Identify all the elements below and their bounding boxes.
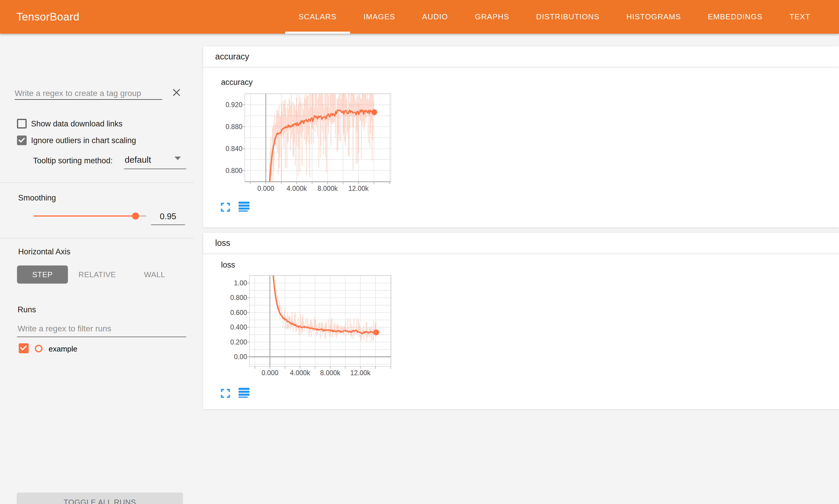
- svg-text:0.800: 0.800: [226, 167, 243, 175]
- loss-group-header[interactable]: loss: [203, 233, 839, 253]
- run-filter-underline: [17, 337, 186, 337]
- tag-filter-underline: [15, 99, 162, 100]
- fullscreen-icon[interactable]: [220, 202, 230, 212]
- svg-text:0.600: 0.600: [230, 309, 247, 317]
- loss-group-card: loss loss 0.000.2000.4000.6000.8001.000.…: [203, 233, 839, 409]
- fullscreen-icon[interactable]: [220, 389, 230, 398]
- svg-text:0.840: 0.840: [226, 145, 243, 152]
- accuracy-group-title: accuracy: [215, 52, 249, 61]
- svg-text:0.000: 0.000: [262, 369, 279, 377]
- show-download-links-label: Show data download links: [31, 120, 122, 128]
- app-title: TensorBoard: [16, 11, 79, 23]
- bar: [238, 208, 249, 210]
- tooltip-sort-select[interactable]: default: [125, 155, 151, 165]
- bar: [238, 202, 249, 204]
- axis-relative-button[interactable]: RELATIVE: [69, 266, 125, 284]
- app-header: TensorBoard SCALARS IMAGES AUDIO GRAPHS …: [0, 0, 839, 34]
- chevron-down-icon[interactable]: [175, 157, 181, 160]
- svg-text:8.000k: 8.000k: [317, 185, 338, 192]
- ignore-outliers-checkbox[interactable]: [17, 136, 26, 145]
- loss-group-title: loss: [215, 238, 230, 248]
- tooltip-sort-label: Tooltip sorting method:: [33, 156, 113, 165]
- check-icon: [18, 136, 25, 143]
- run-example-label: example: [49, 344, 77, 354]
- tab-histograms[interactable]: HISTOGRAMS: [613, 0, 694, 34]
- accuracy-chart[interactable]: 0.8000.8400.8800.9200.0004.000k8.000k12.…: [205, 88, 398, 211]
- smoothing-slider-fill: [34, 215, 136, 217]
- smoothing-value-input[interactable]: 0.95: [151, 212, 185, 221]
- tab-graphs[interactable]: GRAPHS: [461, 0, 522, 34]
- ignore-outliers-label: Ignore outliers in chart scaling: [31, 136, 136, 145]
- tag-filter-input[interactable]: Write a regex to create a tag group: [15, 89, 141, 98]
- tab-distributions[interactable]: DISTRIBUTIONS: [522, 0, 613, 34]
- divider: [0, 182, 194, 183]
- svg-text:0.200: 0.200: [230, 338, 247, 346]
- svg-text:8.000k: 8.000k: [320, 369, 340, 377]
- horizontal-axis-label: Horizontal Axis: [18, 247, 71, 256]
- bar: [238, 397, 248, 398]
- accuracy-chart-title: accuracy: [221, 78, 253, 87]
- svg-text:1.00: 1.00: [234, 279, 247, 287]
- toggle-all-runs-button[interactable]: TOGGLE ALL RUNS: [17, 492, 183, 504]
- axis-step-button[interactable]: STEP: [17, 266, 68, 284]
- bar: [238, 388, 249, 390]
- loss-chart[interactable]: 0.000.2000.4000.6000.8001.000.0004.000k8…: [205, 269, 398, 395]
- divider: [0, 238, 194, 238]
- svg-text:4.000k: 4.000k: [287, 185, 307, 192]
- axis-wall-button[interactable]: WALL: [126, 266, 183, 284]
- settings-sidebar: Write a regex to create a tag group Show…: [0, 34, 194, 504]
- tab-embeddings[interactable]: EMBEDDINGS: [694, 0, 776, 34]
- tab-scalars[interactable]: SCALARS: [285, 0, 350, 34]
- smoothing-label: Smoothing: [18, 194, 56, 202]
- top-nav: SCALARS IMAGES AUDIO GRAPHS DISTRIBUTION…: [285, 0, 824, 34]
- tab-audio[interactable]: AUDIO: [409, 0, 461, 34]
- svg-text:0.880: 0.880: [226, 123, 243, 130]
- check-icon: [20, 344, 27, 350]
- run-selector-icon[interactable]: [238, 388, 250, 398]
- smoothing-value-underline: [151, 224, 185, 225]
- loss-chart-title: loss: [221, 260, 235, 270]
- svg-text:12.00k: 12.00k: [349, 185, 369, 192]
- svg-text:0.800: 0.800: [230, 294, 247, 302]
- svg-text:0.400: 0.400: [230, 323, 247, 331]
- accuracy-group-card: accuracy accuracy 0.8000.8400.8800.9200.…: [203, 46, 839, 228]
- svg-text:0.000: 0.000: [257, 185, 274, 192]
- svg-text:4.000k: 4.000k: [290, 369, 310, 377]
- run-selector-icon[interactable]: [238, 202, 250, 212]
- tab-images[interactable]: IMAGES: [350, 0, 409, 34]
- svg-text:0.920: 0.920: [226, 101, 243, 109]
- bar: [238, 211, 248, 212]
- bar: [238, 391, 249, 393]
- bar: [238, 394, 249, 396]
- show-download-links-checkbox[interactable]: [17, 119, 26, 128]
- svg-text:0.00: 0.00: [234, 353, 247, 361]
- run-filter-input[interactable]: Write a regex to filter runs: [18, 324, 111, 334]
- accuracy-group-header[interactable]: accuracy: [203, 46, 839, 67]
- svg-text:12.00k: 12.00k: [350, 369, 371, 377]
- run-color-swatch-icon[interactable]: [35, 345, 42, 353]
- close-icon[interactable]: [172, 88, 181, 97]
- tab-text[interactable]: TEXT: [776, 0, 824, 34]
- tooltip-sort-underline: [124, 168, 186, 169]
- run-example-checkbox[interactable]: [19, 343, 29, 353]
- bar: [238, 204, 249, 206]
- smoothing-slider-thumb[interactable]: [132, 213, 139, 219]
- runs-label: Runs: [18, 305, 36, 314]
